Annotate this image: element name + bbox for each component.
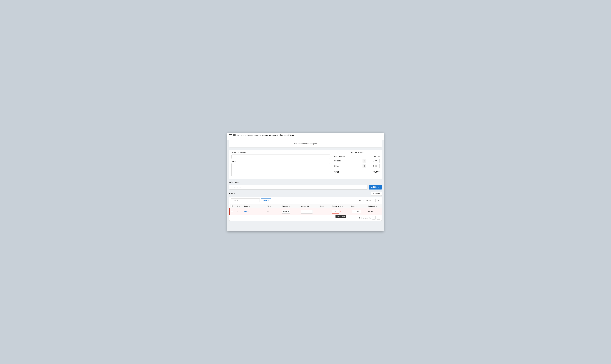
main-content: No vendor details to display Reference n… [227,140,384,231]
reason-sort-icon: ⇅ [289,206,290,207]
return-value: $10.00 [374,156,379,157]
th-subtotal: Subtotal ⇅ [367,204,382,208]
items-table-card: Search 1 - 1 of 1 results ‹ › [229,197,382,221]
item-search-row: Add item [229,185,382,190]
breadcrumb-vendor-returns[interactable]: Vendor returns [247,134,259,136]
bottom-pagination-text: 1 - 1 of 1 results [359,217,371,219]
return-value-label: Return value [334,156,345,157]
next-page-button-bottom[interactable]: › [377,216,380,220]
row-cost: $ [349,208,367,215]
po-value: 3 [267,211,268,213]
app-window: Inventory > Vendor returns > Vendor retu… [227,133,384,231]
warning-icon: ⚠︎ [340,210,342,213]
breadcrumb-inventory[interactable]: Inventory [237,134,245,136]
cost-summary-title: COST SUMMARY [334,152,379,154]
vendor-details-card: No vendor details to display [229,140,382,147]
shipping-row: Shipping $ [334,159,379,163]
row-checkbox-cell [230,208,235,215]
return-qty-sort-icon: ⇅ [341,206,343,207]
total-value: $10.00 [374,171,379,173]
item-search-input[interactable] [229,185,368,190]
cost-sort-icon: ⇅ [355,206,356,207]
export-label: Export [375,193,380,195]
add-items-section: Add items Add item [227,179,384,191]
po-dropdown-button[interactable]: ▼ [268,211,270,213]
over-return-tooltip: Over return [335,215,346,218]
table-search-left: Search [231,198,271,202]
table-row: 1 t-shirt 3 ▼ [230,208,382,215]
row-item: t-shirt [243,208,265,215]
shipping-input-wrap: $ [363,159,379,163]
row-return-qty: ⚠︎ Over return [331,208,350,215]
form-cost-row: Reference number Notes COST SUMMARY Retu… [229,150,382,179]
breadcrumb-sep2: > [260,134,261,136]
other-prefix: $ [363,164,366,168]
reference-number-input[interactable] [232,155,330,159]
row-subtotal: $10.00 [367,208,382,215]
po-sort-icon: ⇅ [270,206,271,207]
breadcrumb-sep1: > [246,134,247,136]
next-page-button-top[interactable]: › [377,199,380,202]
reference-number-label: Reference number [232,152,330,154]
export-icon: ⇧ [373,193,374,195]
table-search-input[interactable] [231,198,260,202]
reason-select[interactable]: None [282,210,290,213]
shipping-input[interactable] [366,159,378,163]
row-num: 1 [235,208,243,215]
row-stock: 1 [319,208,331,215]
th-num: # ▲ [235,204,243,208]
titlebar: Inventory > Vendor returns > Vendor retu… [227,133,384,138]
other-label: Other [334,165,339,167]
select-all-checkbox[interactable] [231,205,233,207]
total-label: Total [334,171,339,173]
row-reason: None [281,208,300,215]
shipping-label: Shipping [334,160,341,162]
po-wrap: 3 ▼ [267,211,279,213]
th-checkbox [230,204,235,208]
stock-sort-icon: ⇅ [325,206,326,207]
shipping-prefix: $ [363,159,366,163]
add-items-heading: Add items [229,181,382,183]
menu-button[interactable] [229,134,232,136]
form-section: Reference number Notes [229,150,332,179]
tooltip-wrap: ⚠︎ Over return [340,210,342,213]
row-vendor-id [300,208,319,215]
items-header-row: Items ⇧ Export [229,192,382,196]
breadcrumb: Inventory > Vendor returns > Vendor retu… [237,134,294,136]
row-po: 3 ▼ [265,208,281,215]
other-input[interactable] [366,164,378,168]
breadcrumb-current: Vendor return #4, Lightspeed, $10.00 [262,134,294,136]
th-return-qty: Return qty. ⇅ [331,204,350,208]
cost-input[interactable] [352,210,361,213]
items-heading: Items [229,193,235,195]
cost-cell-wrap: $ [351,210,365,213]
table-header-row: # ▲ Item ⇅ PO ⇅ [230,204,382,208]
num-sort-icon: ▲ [239,206,240,207]
return-qty-wrap: ⚠︎ Over return [332,210,348,213]
prev-page-button-bottom[interactable]: ‹ [372,216,376,220]
th-item: Item ⇅ [243,204,265,208]
export-button[interactable]: ⇧ Export [371,192,382,196]
prev-page-button-top[interactable]: ‹ [372,199,376,202]
notes-label: Notes [232,160,330,162]
vendor-id-input[interactable] [301,210,313,213]
th-vendor-id: Vendor ID [300,204,319,208]
th-po: PO ⇅ [265,204,281,208]
th-cost: Cost ⇅ [349,204,367,208]
no-vendor-text: No vendor details to display [229,140,382,147]
row-checkbox[interactable] [231,211,233,212]
notes-textarea[interactable] [232,163,330,176]
items-section: Items ⇧ Export Search 1 - 1 of 1 results… [227,191,384,223]
row-item-link[interactable]: t-shirt [244,211,248,213]
pagination-info-top: 1 - 1 of 1 results ‹ › [359,199,380,202]
items-table: # ▲ Item ⇅ PO ⇅ [229,204,382,215]
th-reason: Reason ⇅ [281,204,300,208]
other-row: Other $ [334,164,379,168]
subtotal-sort-icon: ⇅ [376,206,377,207]
bottom-pagination-row: 1 - 1 of 1 results ‹ › [229,215,382,221]
cost-prefix: $ [351,211,351,213]
return-qty-input[interactable] [332,210,339,213]
add-item-button[interactable]: Add item [369,185,382,190]
item-sort-icon: ⇅ [249,206,250,207]
table-search-button[interactable]: Search [261,198,271,202]
